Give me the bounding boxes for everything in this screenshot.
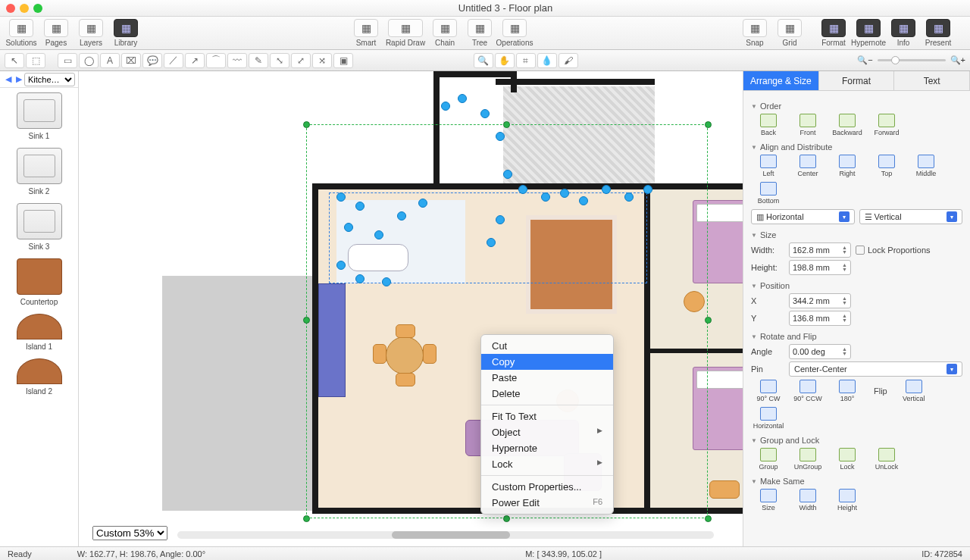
zoom-slider[interactable]: 🔍− 🔍+ xyxy=(857,55,965,65)
library-item-sink-2[interactable]: Sink 2 xyxy=(0,143,78,199)
menu-item-custom-properties-[interactable]: Custom Properties... xyxy=(481,479,613,495)
rotate-90-ccw[interactable]: 90° CCW xyxy=(790,380,825,402)
toolbar-hypernote[interactable]: ▦Hypernote xyxy=(852,19,885,47)
distribute-vertical-combo[interactable]: ☰ Vertical▾ xyxy=(859,209,963,224)
pin-combo[interactable]: Center-Center▾ xyxy=(789,361,962,377)
menu-item-fit-to-text[interactable]: Fit To Text xyxy=(481,408,613,424)
order-btns-backward[interactable]: Backward xyxy=(830,114,865,136)
section-same[interactable]: Make Same xyxy=(751,477,962,486)
toolbar-chain[interactable]: ▦Chain xyxy=(428,19,462,47)
library-item-island-2[interactable]: Island 2 xyxy=(0,354,78,399)
rotate-90-cw[interactable]: 90° CW xyxy=(751,380,786,402)
toolbar-snap[interactable]: ▦Snap xyxy=(738,19,771,47)
zoom-in-icon[interactable]: 🔍+ xyxy=(950,55,965,65)
menu-item-object[interactable]: Object xyxy=(481,424,613,440)
zoom-out-icon[interactable]: 🔍− xyxy=(857,55,872,65)
toolbar-info[interactable]: ▦Info xyxy=(887,19,920,47)
line-tool[interactable]: ／ xyxy=(164,53,183,68)
library-item-sink-3[interactable]: Sink 3 xyxy=(0,199,78,254)
toolbar-tree[interactable]: ▦Tree xyxy=(463,19,496,47)
same-btns-height[interactable]: Height xyxy=(830,489,865,512)
text-tool[interactable]: A xyxy=(100,53,120,68)
toolbar-present[interactable]: ▦Present xyxy=(922,19,955,47)
library-next-button[interactable]: ▶ xyxy=(14,74,24,84)
order-btns-forward[interactable]: Forward xyxy=(869,114,904,136)
text-select-tool[interactable]: ⬚ xyxy=(26,53,45,68)
textbox-tool[interactable]: ⌧ xyxy=(121,53,141,68)
flip-horizontal[interactable]: Horizontal xyxy=(751,407,786,430)
canvas[interactable]: CutCopyPasteDeleteFit To TextObjectHyper… xyxy=(79,71,743,546)
toolbar-layers[interactable]: ▦Layers xyxy=(74,19,108,47)
x-input[interactable]: 344.2 mm▲▼ xyxy=(789,293,851,308)
section-group[interactable]: Group and Lock xyxy=(751,436,962,445)
order-btns-back[interactable]: Back xyxy=(751,114,786,136)
zoom-tool[interactable]: 🔍 xyxy=(474,53,493,68)
ellipse-tool[interactable]: ◯ xyxy=(79,53,99,68)
library-prev-button[interactable]: ◀ xyxy=(3,74,14,84)
align-btns-left[interactable]: Left xyxy=(751,155,786,177)
group-btns-ungroup[interactable]: UnGroup xyxy=(790,448,825,471)
group-btns-unlock[interactable]: UnLock xyxy=(869,448,904,471)
library-item-island-1[interactable]: Island 1 xyxy=(0,309,78,354)
pointer-tool[interactable]: ↖ xyxy=(5,53,24,68)
menu-item-hypernote[interactable]: Hypernote xyxy=(481,440,613,456)
pen-tool[interactable]: ✎ xyxy=(249,53,268,68)
y-input[interactable]: 136.8 mm▲▼ xyxy=(789,311,851,326)
arc-tool[interactable]: ⌒ xyxy=(206,53,226,68)
tab-text[interactable]: Text xyxy=(894,71,970,91)
align-btns-right[interactable]: Right xyxy=(830,155,865,177)
angle-input[interactable]: 0.00 deg▲▼ xyxy=(789,344,851,359)
context-menu[interactable]: CutCopyPasteDeleteFit To TextObjectHyper… xyxy=(480,334,614,515)
hand-tool[interactable]: ✋ xyxy=(495,53,515,68)
menu-item-lock[interactable]: Lock xyxy=(481,456,613,472)
window-close-button[interactable] xyxy=(6,4,15,13)
library-category-select[interactable]: Kitche… xyxy=(24,73,75,86)
toolbar-rapid-draw[interactable]: ▦Rapid Draw xyxy=(384,19,427,47)
rect-tool[interactable]: ▭ xyxy=(58,53,77,68)
library-item-countertop[interactable]: Countertop xyxy=(0,254,78,309)
polyline-tool[interactable]: ⤨ xyxy=(312,53,332,68)
tab-arrange-size[interactable]: Arrange & Size xyxy=(743,71,819,91)
same-btns-width[interactable]: Width xyxy=(790,489,825,512)
section-order[interactable]: Order xyxy=(751,102,962,111)
menu-item-paste[interactable]: Paste xyxy=(481,370,613,386)
zoom-combo[interactable]: Custom 53% xyxy=(92,526,167,540)
align-btns-center[interactable]: Center xyxy=(790,155,825,177)
same-btns-size[interactable]: Size xyxy=(751,489,786,512)
spline-tool[interactable]: 〰 xyxy=(227,53,247,68)
section-position[interactable]: Position xyxy=(751,281,962,290)
flip-vertical[interactable]: Vertical xyxy=(896,380,931,402)
section-rotate[interactable]: Rotate and Flip xyxy=(751,332,962,341)
rotate-180-[interactable]: 180° xyxy=(830,380,865,402)
section-size[interactable]: Size xyxy=(751,230,962,239)
distribute-horizontal-combo[interactable]: ▥ Horizontal▾ xyxy=(751,209,855,224)
stamp-tool[interactable]: ▣ xyxy=(333,53,353,68)
group-btns-group[interactable]: Group xyxy=(751,448,786,471)
toolbar-grid[interactable]: ▦Grid xyxy=(773,19,806,47)
menu-item-cut[interactable]: Cut xyxy=(481,338,613,354)
eyedropper-tool[interactable]: 💧 xyxy=(537,53,557,68)
group-btns-lock[interactable]: Lock xyxy=(830,448,865,471)
window-zoom-button[interactable] xyxy=(33,4,42,13)
align-btns-middle[interactable]: Middle xyxy=(909,155,943,177)
align-btns-bottom[interactable]: Bottom xyxy=(751,182,786,205)
window-minimize-button[interactable] xyxy=(20,4,29,13)
menu-item-copy[interactable]: Copy xyxy=(481,354,613,370)
library-item-sink-1[interactable]: Sink 1 xyxy=(0,88,78,143)
smart-connector-tool[interactable]: ⤢ xyxy=(291,53,311,68)
width-input[interactable]: 162.8 mm▲▼ xyxy=(789,242,851,258)
horizontal-scrollbar[interactable] xyxy=(177,531,714,539)
menu-item-delete[interactable]: Delete xyxy=(481,386,613,402)
height-input[interactable]: 198.8 mm▲▼ xyxy=(789,260,851,275)
tab-format[interactable]: Format xyxy=(819,71,895,91)
section-align[interactable]: Align and Distribute xyxy=(751,142,962,152)
callout-tool[interactable]: 💬 xyxy=(142,53,162,68)
crop-tool[interactable]: ⌗ xyxy=(516,53,536,68)
order-btns-front[interactable]: Front xyxy=(790,114,825,136)
connector-tool[interactable]: ⤡ xyxy=(270,53,289,68)
arrow-tool[interactable]: ↗ xyxy=(185,53,205,68)
brush-tool[interactable]: 🖌 xyxy=(559,53,578,68)
lock-proportions-checkbox[interactable]: Lock Proportions xyxy=(856,246,931,255)
toolbar-operations[interactable]: ▦Operations xyxy=(498,19,531,47)
toolbar-library[interactable]: ▦Library xyxy=(109,19,142,47)
